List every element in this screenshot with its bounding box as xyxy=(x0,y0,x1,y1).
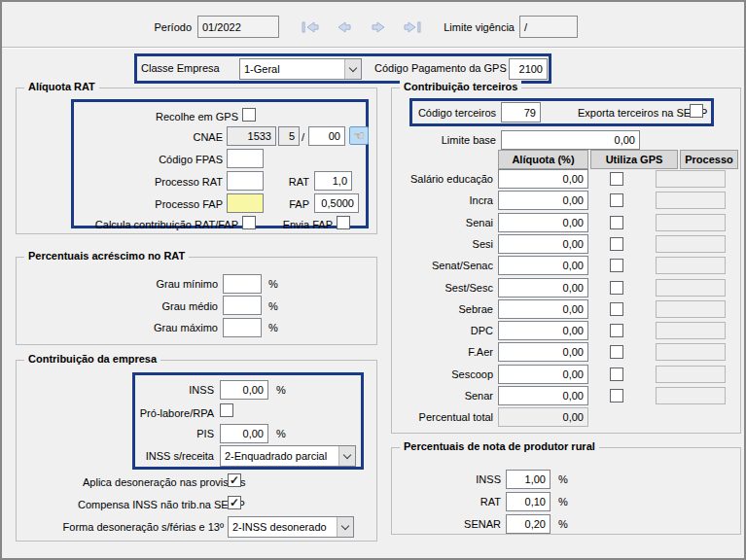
prolabore-checkbox[interactable] xyxy=(220,403,233,417)
compensa-inss-checkbox[interactable] xyxy=(228,496,241,509)
rural-senar-input[interactable]: 0,20 xyxy=(506,514,551,534)
first-record-button[interactable] xyxy=(298,18,323,37)
grau-maximo-input[interactable] xyxy=(223,318,262,337)
aliquota-input-senat-senac[interactable]: 0,00 xyxy=(498,256,588,275)
processo-field-senar xyxy=(656,387,726,404)
utiliza-gps-checkbox-sescoop[interactable] xyxy=(610,368,623,381)
forma-desoneracao-label: Forma desoneração s/férias e 13º xyxy=(49,521,224,534)
compensa-inss-label: Compensa INSS não trib.na SEFIP xyxy=(78,499,224,511)
rural-senar-suffix: % xyxy=(558,518,568,531)
processo-field-sest-sesc xyxy=(656,279,726,297)
aliquota-input-salario-educacao[interactable]: 0,00 xyxy=(498,169,588,189)
previous-record-icon xyxy=(333,18,356,36)
pis-input[interactable]: 0,00 xyxy=(220,424,268,443)
recolhe-gps-checkbox[interactable] xyxy=(242,108,256,122)
next-record-icon xyxy=(367,18,390,36)
limite-vigencia-label: Limite vigência xyxy=(438,21,515,34)
codigo-pagamento-gps-input[interactable]: 2100 xyxy=(509,58,548,80)
aliquota-input-sesi[interactable]: 0,00 xyxy=(498,234,588,254)
utiliza-gps-checkbox-sesi[interactable] xyxy=(610,237,623,251)
forma-desoneracao-select[interactable]: 2-INSS desonerado xyxy=(228,516,354,538)
row-label-sesi: Sesi xyxy=(381,238,493,251)
chevron-down-icon xyxy=(337,517,353,537)
processo-rat-input[interactable] xyxy=(227,171,264,191)
processo-field-sesi xyxy=(656,235,726,253)
utiliza-gps-checkbox-incra[interactable] xyxy=(610,193,623,207)
processo-field-senat-senac xyxy=(656,257,726,274)
produtor-rural-title: Percentuais de nota de produtor rural xyxy=(400,440,599,452)
processo-rat-label: Processo RAT xyxy=(146,176,223,189)
last-record-button[interactable] xyxy=(400,18,425,37)
percentuais-rat-title: Percentuais acréscimo no RAT xyxy=(24,250,189,262)
row-label-sescoop: Sescoop xyxy=(381,368,493,381)
utiliza-gps-checkbox-sebrae[interactable] xyxy=(610,302,623,316)
chevron-down-icon xyxy=(344,59,361,79)
processo-field-sebrae xyxy=(656,300,726,318)
exporta-sefip-label: Exporta terceiros na SEFIP xyxy=(578,107,686,120)
inss-empresa-input[interactable]: 0,00 xyxy=(220,380,268,400)
rat-input[interactable]: 1,0 xyxy=(314,171,352,191)
aliquota-input-dpc[interactable]: 0,00 xyxy=(498,321,588,340)
grau-medio-input[interactable] xyxy=(223,296,262,315)
aliquota-input-senai[interactable]: 0,00 xyxy=(498,213,588,232)
utiliza-gps-checkbox-senat-senac[interactable] xyxy=(610,259,623,272)
row-label-faer: F.Aer xyxy=(381,346,493,359)
processo-field-incra xyxy=(656,192,726,209)
rural-inss-input[interactable]: 1,00 xyxy=(506,470,551,489)
rural-rat-input[interactable]: 0,10 xyxy=(506,492,551,511)
company-parameters-window: Período 01/2022 Limite vigência / Classe… xyxy=(0,0,746,560)
processo-field-sescoop xyxy=(656,366,726,383)
cnae-lookup-hand-icon[interactable]: ☜ xyxy=(349,126,369,145)
prolabore-label: Pró-labore/RPA xyxy=(132,407,214,420)
grau-minimo-label: Grau mínimo xyxy=(138,278,218,291)
percentual-total-field: 0,00 xyxy=(498,407,588,427)
codigo-fpas-input[interactable] xyxy=(227,149,264,168)
codigo-terceiros-input[interactable]: 79 xyxy=(501,102,541,122)
limite-base-input[interactable]: 0,00 xyxy=(501,130,640,150)
forma-desoneracao-value: 2-INSS desonerado xyxy=(232,521,327,533)
aliquota-input-sest-sesc[interactable]: 0,00 xyxy=(498,278,588,298)
aliquota-input-incra[interactable]: 0,00 xyxy=(498,191,588,210)
aliquota-input-senar[interactable]: 0,00 xyxy=(498,386,588,405)
rural-senar-label: SENAR xyxy=(457,518,501,531)
processo-fap-input[interactable] xyxy=(227,193,264,213)
codigo-fpas-label: Código FPAS xyxy=(150,154,223,166)
utiliza-gps-checkbox-faer[interactable] xyxy=(610,345,623,359)
previous-record-button[interactable] xyxy=(332,18,357,37)
limite-vigencia-input[interactable]: / xyxy=(519,16,578,38)
header-utiliza-gps: Utiliza GPS xyxy=(590,150,678,169)
inss-receita-value: 2-Enquadrado parcial xyxy=(225,450,327,462)
contribuicao-terceiros-title: Contribuição terceiros xyxy=(400,81,521,92)
row-label-senar: Senar xyxy=(381,390,493,402)
rural-inss-suffix: % xyxy=(558,473,568,486)
cnae-separator: / xyxy=(302,131,304,144)
codigo-terceiros-label: Código terceiros xyxy=(416,107,496,120)
inss-receita-select[interactable]: 2-Enquadrado parcial xyxy=(220,445,356,467)
utiliza-gps-checkbox-senai[interactable] xyxy=(610,216,623,229)
utiliza-gps-checkbox-senar[interactable] xyxy=(610,389,623,402)
row-label-senat-senac: Senat/Senac xyxy=(381,260,493,272)
fap-input[interactable]: 0,5000 xyxy=(314,193,359,213)
envia-fap-checkbox[interactable] xyxy=(337,216,350,229)
utiliza-gps-checkbox-salario-educacao[interactable] xyxy=(610,172,623,186)
aplica-desoneracao-label: Aplica desoneração nas provisões xyxy=(83,476,224,489)
utiliza-gps-checkbox-dpc[interactable] xyxy=(610,324,623,337)
periodo-input[interactable]: 01/2022 xyxy=(197,16,279,38)
aplica-desoneracao-checkbox[interactable] xyxy=(228,473,241,487)
utiliza-gps-checkbox-sest-sesc[interactable] xyxy=(610,281,623,295)
periodo-label: Período xyxy=(125,21,192,34)
grau-maximo-label: Grau máximo xyxy=(138,322,218,334)
aliquota-input-faer[interactable]: 0,00 xyxy=(498,342,588,362)
exporta-sefip-checkbox[interactable] xyxy=(690,104,703,118)
calcula-contribuicao-checkbox[interactable] xyxy=(242,216,256,229)
cnae-suffix-field[interactable]: 00 xyxy=(308,126,345,146)
aliquota-input-sescoop[interactable]: 0,00 xyxy=(498,365,588,384)
rural-inss-label: INSS xyxy=(457,473,501,486)
aliquota-input-sebrae[interactable]: 0,00 xyxy=(498,299,588,319)
next-record-button[interactable] xyxy=(366,18,391,37)
classe-empresa-select[interactable]: 1-Geral xyxy=(239,58,362,80)
grau-minimo-input[interactable] xyxy=(223,274,262,294)
cnae-digit-field[interactable]: 5 xyxy=(278,126,300,146)
last-record-icon xyxy=(401,18,424,36)
cnae-code-field[interactable]: 1533 xyxy=(227,126,276,146)
